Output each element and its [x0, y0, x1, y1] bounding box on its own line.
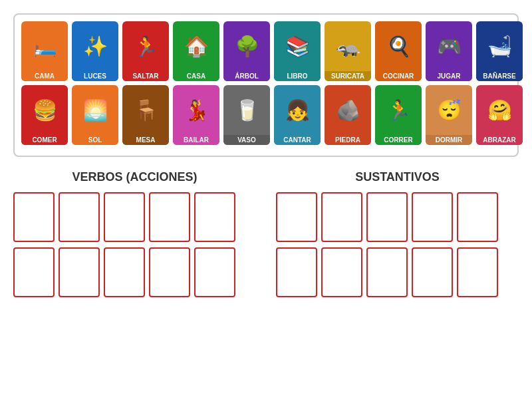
card-label-abrazar: ABRAZAR: [476, 135, 523, 145]
card-jugar[interactable]: 🎮JUGAR: [426, 21, 472, 81]
card-label-libro: LIBRO: [274, 71, 321, 81]
card-icon-arbol: 🌳: [223, 21, 270, 71]
drop-cell-1-2[interactable]: [366, 247, 408, 297]
drop-row-0: [13, 192, 256, 242]
card-icon-cantar: 👧: [274, 85, 321, 135]
card-label-sol: SOL: [72, 135, 118, 145]
card-label-arbol: ÁRBOL: [223, 71, 270, 81]
card-abrazar[interactable]: 🤗ABRAZAR: [476, 85, 523, 145]
drop-cell-1-2[interactable]: [104, 247, 145, 297]
card-grid-container: 🛏️CAMA✨LUCES🏃SALTAR🏠CASA🌳ÁRBOL📚LIBRO🦡SUR…: [13, 13, 519, 157]
card-icon-bailar: 💃: [173, 85, 219, 135]
card-label-piedra: PIEDRA: [325, 135, 371, 145]
card-label-cantar: CANTAR: [274, 135, 321, 145]
card-icon-mesa: 🪑: [122, 85, 169, 135]
card-banarse[interactable]: 🛁BAÑARSE: [476, 21, 523, 81]
card-label-suricata: SURICATA: [325, 71, 371, 81]
drop-cell-0-4[interactable]: [194, 192, 235, 242]
drop-cell-1-4[interactable]: [194, 247, 235, 297]
card-arbol[interactable]: 🌳ÁRBOL: [223, 21, 270, 81]
card-label-bailar: BAILAR: [173, 135, 219, 145]
card-icon-libro: 📚: [274, 21, 321, 71]
card-correr[interactable]: 🏃CORRER: [375, 85, 422, 145]
card-saltar[interactable]: 🏃SALTAR: [122, 21, 169, 81]
drop-cell-0-3[interactable]: [412, 192, 453, 242]
drop-cell-1-1[interactable]: [321, 247, 362, 297]
drop-cell-0-0[interactable]: [13, 192, 55, 242]
card-label-mesa: MESA: [122, 135, 169, 145]
card-casa[interactable]: 🏠CASA: [173, 21, 219, 81]
drop-cell-0-2[interactable]: [366, 192, 408, 242]
drop-cell-1-3[interactable]: [412, 247, 453, 297]
drop-cell-0-3[interactable]: [149, 192, 190, 242]
card-label-cocinar: COCINAR: [375, 71, 422, 81]
drop-cell-1-3[interactable]: [149, 247, 190, 297]
card-icon-suricata: 🦡: [325, 21, 371, 71]
card-piedra[interactable]: 🪨PIEDRA: [325, 85, 371, 145]
card-icon-banarse: 🛁: [476, 21, 523, 71]
card-libro[interactable]: 📚LIBRO: [274, 21, 321, 81]
card-label-cama: CAMA: [21, 71, 68, 81]
card-icon-abrazar: 🤗: [476, 85, 523, 135]
card-sol[interactable]: 🌅SOL: [72, 85, 118, 145]
card-row-2: 🍔COMER🌅SOL🪑MESA💃BAILAR🥛VASO👧CANTAR🪨PIEDR…: [21, 85, 511, 145]
card-icon-correr: 🏃: [375, 85, 422, 135]
card-label-casa: CASA: [173, 71, 219, 81]
card-label-luces: LUCES: [72, 71, 118, 81]
card-label-jugar: JUGAR: [426, 71, 472, 81]
drop-cell-0-4[interactable]: [457, 192, 498, 242]
drop-cell-0-0[interactable]: [276, 192, 317, 242]
card-label-saltar: SALTAR: [122, 71, 169, 81]
card-bailar[interactable]: 💃BAILAR: [173, 85, 219, 145]
card-icon-casa: 🏠: [173, 21, 219, 71]
card-icon-comer: 🍔: [21, 85, 68, 135]
drop-cell-1-0[interactable]: [276, 247, 317, 297]
card-icon-dormir: 😴: [426, 85, 472, 135]
card-icon-piedra: 🪨: [325, 85, 371, 135]
card-luces[interactable]: ✨LUCES: [72, 21, 118, 81]
card-label-correr: CORRER: [375, 135, 422, 145]
card-mesa[interactable]: 🪑MESA: [122, 85, 169, 145]
card-label-comer: COMER: [21, 135, 68, 145]
verbos-drop-grid: [13, 192, 256, 297]
card-icon-sol: 🌅: [72, 85, 118, 135]
drop-cell-0-1[interactable]: [59, 192, 100, 242]
card-cama[interactable]: 🛏️CAMA: [21, 21, 68, 81]
sustantivos-section: SUSTANTIVOS: [276, 170, 519, 297]
card-row-1: 🛏️CAMA✨LUCES🏃SALTAR🏠CASA🌳ÁRBOL📚LIBRO🦡SUR…: [21, 21, 511, 81]
verbos-section: VERBOS (ACCIONES): [13, 170, 256, 297]
card-vaso[interactable]: 🥛VASO: [223, 85, 270, 145]
card-icon-jugar: 🎮: [426, 21, 472, 71]
drop-row-0: [276, 192, 519, 242]
drop-cell-1-1[interactable]: [59, 247, 100, 297]
sustantivos-title: SUSTANTIVOS: [276, 170, 519, 184]
card-cocinar[interactable]: 🍳COCINAR: [375, 21, 422, 81]
card-icon-vaso: 🥛: [223, 85, 270, 135]
card-comer[interactable]: 🍔COMER: [21, 85, 68, 145]
sustantivos-drop-grid: [276, 192, 519, 297]
card-icon-saltar: 🏃: [122, 21, 169, 71]
card-label-banarse: BAÑARSE: [476, 71, 523, 81]
card-icon-luces: ✨: [72, 21, 118, 71]
card-label-vaso: VASO: [223, 135, 270, 145]
card-icon-cama: 🛏️: [21, 21, 68, 71]
drop-cell-1-4[interactable]: [457, 247, 498, 297]
verbos-title: VERBOS (ACCIONES): [13, 170, 256, 184]
bottom-section: VERBOS (ACCIONES) SUSTANTIVOS: [13, 170, 519, 297]
card-cantar[interactable]: 👧CANTAR: [274, 85, 321, 145]
drop-row-1: [13, 247, 256, 297]
drop-cell-0-2[interactable]: [104, 192, 145, 242]
card-icon-cocinar: 🍳: [375, 21, 422, 71]
card-dormir[interactable]: 😴DORMIR: [426, 85, 472, 145]
card-suricata[interactable]: 🦡SURICATA: [325, 21, 371, 81]
card-label-dormir: DORMIR: [426, 135, 472, 145]
drop-row-1: [276, 247, 519, 297]
drop-cell-1-0[interactable]: [13, 247, 55, 297]
drop-cell-0-1[interactable]: [321, 192, 362, 242]
